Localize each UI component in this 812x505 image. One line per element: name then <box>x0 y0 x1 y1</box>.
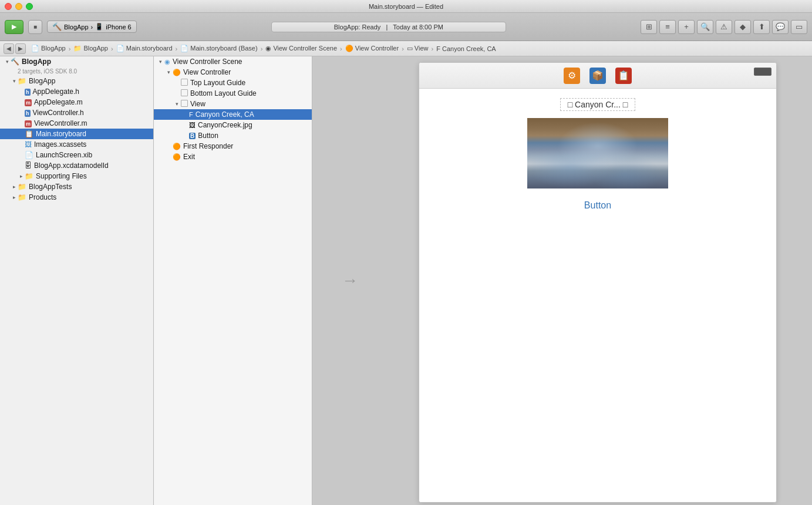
label-type-icon: F <box>189 111 193 118</box>
vc-icon: 🟠 <box>173 69 181 76</box>
disclosure-project[interactable] <box>4 59 11 65</box>
disc-supporting[interactable] <box>18 173 25 179</box>
outline-top-layout[interactable]: Top Layout Guide <box>154 78 312 88</box>
close-button[interactable] <box>5 3 12 10</box>
view-toggle-btn[interactable]: ⊞ <box>641 20 657 34</box>
outline-canyon-creek-label[interactable]: F Canyon Creek, CA <box>154 109 312 120</box>
warning-btn[interactable]: ⚠ <box>716 20 732 34</box>
products-icon: 📁 <box>18 193 26 201</box>
editor-btn[interactable]: ≡ <box>659 20 676 34</box>
sidebar-viewcontroller-m[interactable]: m ViewController.m <box>0 118 153 129</box>
sidebar-blogapptests[interactable]: 📁 BlogAppTests <box>0 181 153 192</box>
add-btn[interactable]: + <box>678 20 695 34</box>
sidebar-main-storyboard[interactable]: 📋 Main.storyboard <box>0 129 153 139</box>
ib-icon-2: 📦 <box>589 68 606 84</box>
stop-button[interactable] <box>28 20 42 34</box>
disc-vc-scene[interactable] <box>156 59 164 65</box>
ib-toolbar: ⚙ 📦 📋 <box>419 63 776 89</box>
m-icon: m <box>25 98 32 106</box>
bottom-layout-icon <box>181 89 188 97</box>
nav-forward[interactable]: ▶ <box>15 43 26 54</box>
canyon-creek-label: Canyon Creek, CA <box>196 110 254 119</box>
first-responder-label: First Responder <box>183 142 233 150</box>
exit-label: Exit <box>183 153 195 161</box>
sidebar-blogapp-group[interactable]: 📁 BlogApp <box>0 76 153 86</box>
status-bar: BlogApp: Ready | Today at 8:00 PM <box>271 22 506 32</box>
sidebar-images-xcassets[interactable]: 🖼 Images.xcassets <box>0 139 153 150</box>
segue-arrow: → <box>342 271 358 290</box>
breadcrumb-view[interactable]: ▭ View <box>405 45 430 52</box>
outline-vc-scene[interactable]: ◉ View Controller Scene <box>154 56 312 67</box>
breadcrumb-mainstoryboard-base[interactable]: 📄 Main.storyboard (Base) <box>178 45 259 52</box>
iphone-screen: □ Canyon Cr... □ Button <box>419 89 776 502</box>
panel-btn[interactable]: ▭ <box>791 20 807 34</box>
ib-icon-3: 📋 <box>615 68 632 84</box>
launchscreen-label: LaunchScreen.xib <box>36 151 92 159</box>
storyboard-canvas[interactable]: → ⚙ 📦 📋 □ Canyon Cr... □ <box>312 56 812 505</box>
disc-blogapptests[interactable] <box>11 184 18 190</box>
scheme-selector[interactable]: 🔨 BlogApp › 📱 iPhone 6 <box>47 21 137 33</box>
top-layout-label: Top Layout Guide <box>190 79 245 87</box>
sidebar-project-root[interactable]: 🔨 BlogApp <box>0 56 153 67</box>
share-btn[interactable]: ⬆ <box>753 20 770 34</box>
appdelegate-h-label: AppDelegate.h <box>33 87 79 96</box>
minimize-button[interactable] <box>15 3 22 10</box>
outline-view[interactable]: View <box>154 99 312 109</box>
sidebar-xcdatamodel[interactable]: 🗄 BlogApp.xcdatamodelId <box>0 160 153 171</box>
maximize-button[interactable] <box>26 3 33 10</box>
project-icon: 🔨 <box>11 58 19 66</box>
document-outline: ◉ View Controller Scene 🟠 View Controlle… <box>154 56 312 505</box>
device-name: iPhone 6 <box>106 23 131 31</box>
outline-button[interactable]: B Button <box>154 130 312 141</box>
breadcrumb-blogapp1[interactable]: 📄 BlogApp <box>29 45 68 52</box>
image-type-icon: 🖼 <box>189 122 196 129</box>
sidebar-viewcontroller-h[interactable]: h ViewController.h <box>0 107 153 118</box>
outline-canyon-creek-image[interactable]: 🖼 CanyonCreek.jpg <box>154 120 312 130</box>
breadcrumb-mainstoryboard[interactable]: 📄 Main.storyboard <box>114 45 174 52</box>
window-controls[interactable] <box>5 3 33 10</box>
breadcrumb-label[interactable]: F Canyon Creek, CA <box>434 45 497 52</box>
outline-bottom-layout[interactable]: Bottom Layout Guide <box>154 88 312 99</box>
outline-exit[interactable]: 🟠 Exit <box>154 152 312 162</box>
run-button[interactable] <box>5 20 23 34</box>
button-element[interactable]: Button <box>584 200 611 211</box>
scheme-name: BlogApp <box>64 23 89 31</box>
arrow-symbol: → <box>342 271 358 290</box>
first-responder-icon: 🟠 <box>173 143 181 150</box>
project-name: BlogApp <box>22 58 51 66</box>
xcassets-icon: 🖼 <box>25 140 32 149</box>
disclosure-blogapp[interactable] <box>11 78 18 84</box>
main-storyboard-label: Main.storyboard <box>36 130 86 138</box>
breadcrumb-vc[interactable]: 🟠 View Controller <box>343 45 400 52</box>
nav-back[interactable]: ◀ <box>4 43 14 54</box>
main-layout: 🔨 BlogApp 2 targets, iOS SDK 8.0 📁 BlogA… <box>0 56 812 505</box>
view-label: View <box>190 100 205 108</box>
sidebar-appdelegate-h[interactable]: h AppDelegate.h <box>0 86 153 97</box>
outline-first-responder[interactable]: 🟠 First Responder <box>154 141 312 152</box>
canyon-creek-image-element[interactable] <box>527 118 668 188</box>
vc-label: View Controller <box>183 68 231 76</box>
device-separator: › <box>91 23 93 31</box>
outline-vc[interactable]: 🟠 View Controller <box>154 67 312 78</box>
search-btn[interactable]: 🔍 <box>697 20 713 34</box>
sidebar-products[interactable]: 📁 Products <box>0 192 153 203</box>
supporting-folder-icon: 📁 <box>25 172 33 180</box>
nav-arrows[interactable]: ◀ ▶ <box>4 43 26 54</box>
sidebar-launchscreen[interactable]: 📄 LaunchScreen.xib <box>0 150 153 160</box>
canyon-creek-label-element[interactable]: □ Canyon Cr... □ <box>560 98 636 111</box>
disc-vc[interactable] <box>164 69 173 75</box>
breadcrumb-blogapp2[interactable]: 📁 BlogApp <box>72 45 110 52</box>
file-navigator: 🔨 BlogApp 2 targets, iOS SDK 8.0 📁 BlogA… <box>0 56 154 505</box>
bottom-layout-label: Bottom Layout Guide <box>190 89 257 97</box>
supporting-files-label: Supporting Files <box>36 172 87 180</box>
breadcrumb-vc-scene[interactable]: ◉ View Controller Scene <box>264 45 339 52</box>
disc-view[interactable] <box>173 101 181 107</box>
scheme-icon: 🔨 <box>52 22 62 31</box>
comment-btn[interactable]: 💬 <box>772 20 789 34</box>
images-xcassets-label: Images.xcassets <box>34 140 86 149</box>
h-icon: h <box>25 87 31 96</box>
disc-products[interactable] <box>11 194 18 200</box>
sidebar-supporting-files[interactable]: 📁 Supporting Files <box>0 171 153 181</box>
breakpoint-btn[interactable]: ◆ <box>734 20 751 34</box>
sidebar-appdelegate-m[interactable]: m AppDelegate.m <box>0 97 153 107</box>
